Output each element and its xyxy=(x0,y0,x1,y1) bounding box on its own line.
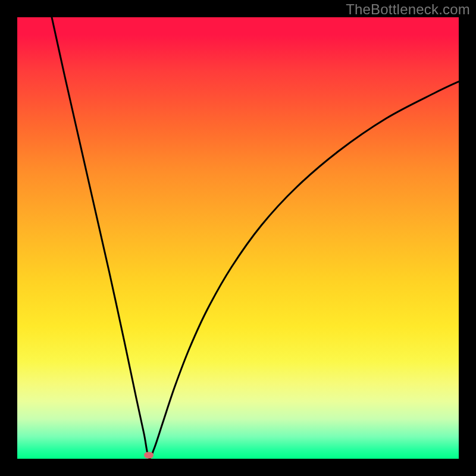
bottleneck-curve xyxy=(17,17,459,459)
chart-frame: TheBottleneck.com xyxy=(0,0,476,476)
vertex-marker xyxy=(144,452,154,459)
watermark-text: TheBottleneck.com xyxy=(346,1,470,18)
plot-area xyxy=(17,17,459,459)
